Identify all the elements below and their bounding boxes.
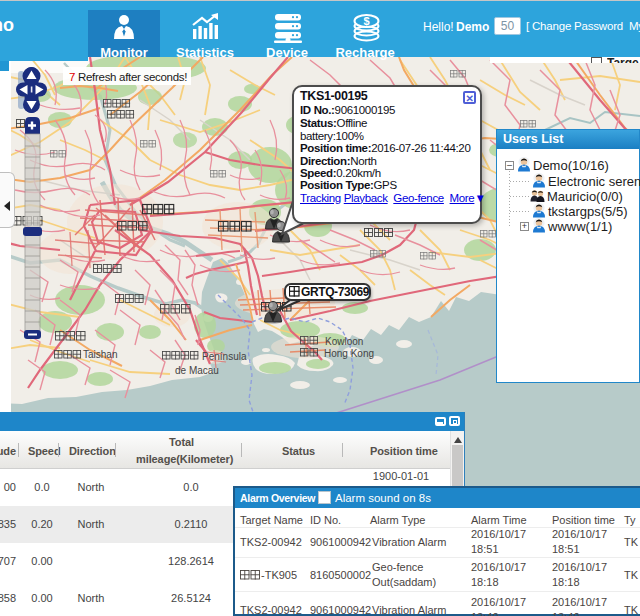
svg-text:$: $ [363,15,369,27]
svg-text:Hong Kong: Hong Kong [324,348,374,359]
svg-text:Taishan: Taishan [83,349,117,360]
svg-text:de Macau: de Macau [175,365,219,376]
svg-text:Península: Península [202,351,247,362]
svg-text:Kowloon: Kowloon [325,336,363,347]
